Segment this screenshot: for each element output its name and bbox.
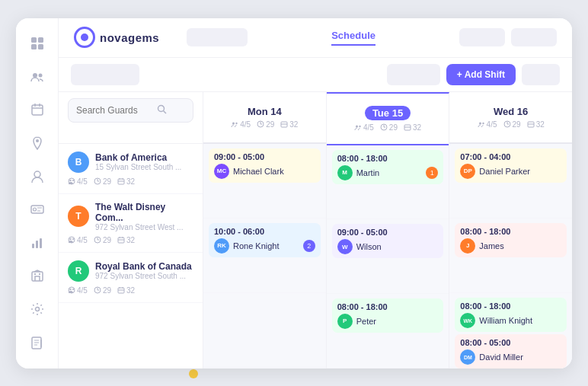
logo: novagems bbox=[74, 27, 159, 48]
shift-cell-wed-1[interactable]: 08:00 - 18:00 J James bbox=[449, 219, 572, 293]
shift-cell-mon-1[interactable]: 10:00 - 06:00 RK Rone Knight 2 bbox=[203, 219, 326, 293]
shift-block-wed-2a: 08:00 - 18:00 WK William Knight bbox=[455, 298, 567, 332]
logo-text: novagems bbox=[100, 31, 159, 44]
app-container: novagems Schedule + Add Shift bbox=[16, 18, 572, 368]
guard-info-boa: Bank of America 15 Sylvan Street South .… bbox=[95, 152, 193, 171]
person-avatar-tue-0: M bbox=[337, 165, 353, 180]
svg-rect-17 bbox=[36, 241, 38, 248]
shift-time-tue-2: 08:00 - 18:00 bbox=[337, 302, 439, 311]
guard-name-boa: Bank of America bbox=[95, 152, 193, 163]
person-avatar-tue-2: P bbox=[337, 314, 353, 329]
shift-block-mon-0: 09:00 - 05:00 MC Michael Clark bbox=[209, 148, 321, 183]
person-avatar-wed-0: DP bbox=[460, 164, 475, 179]
svg-point-56 bbox=[359, 126, 360, 127]
person-icon[interactable] bbox=[24, 163, 51, 190]
shift-person-wed-1: J James bbox=[460, 238, 561, 254]
svg-rect-21 bbox=[39, 273, 40, 275]
svg-rect-0 bbox=[31, 37, 37, 43]
users-icon[interactable] bbox=[24, 63, 51, 91]
person-name-wed-1: James bbox=[479, 241, 503, 250]
logo-circle bbox=[74, 27, 95, 48]
day-header-wed: Wed 16 4/5 29 32 bbox=[449, 92, 572, 144]
svg-line-25 bbox=[164, 110, 167, 113]
settings-icon[interactable] bbox=[24, 295, 51, 323]
guard-list: B Bank of America 15 Sylvan Street South… bbox=[59, 92, 203, 368]
person-avatar-wed-2b: DM bbox=[460, 349, 475, 365]
guard-search-box[interactable] bbox=[68, 98, 193, 123]
guard-avatar-disney: T bbox=[68, 206, 89, 227]
shift-cell-tue-0[interactable]: 08:00 - 18:00 M Martin 1 bbox=[327, 145, 449, 220]
chart-icon[interactable] bbox=[24, 229, 51, 257]
shift-cell-mon-0[interactable]: 09:00 - 05:00 MC Michael Clark bbox=[203, 144, 326, 219]
shift-person-wed-2a: WK William Knight bbox=[460, 313, 561, 328]
svg-point-24 bbox=[158, 105, 165, 111]
search-icon bbox=[157, 104, 167, 117]
toolbar-placeholder-1 bbox=[71, 64, 139, 85]
grid-icon[interactable] bbox=[24, 30, 51, 58]
svg-rect-20 bbox=[34, 273, 36, 275]
guard-item-disney[interactable]: T The Walt Disney Com... 972 Sylvan Stre… bbox=[59, 194, 203, 253]
shift-block-wed-0: 07:00 - 04:00 DP Daniel Parker bbox=[455, 148, 567, 183]
svg-point-43 bbox=[69, 289, 71, 290]
guard-avatar-rbc: R bbox=[68, 260, 89, 282]
day-col-wed: Wed 16 4/5 29 32 07:00 - 04:00 bbox=[449, 92, 572, 368]
calendar-icon[interactable] bbox=[24, 97, 51, 124]
shift-time-wed-0: 07:00 - 04:00 bbox=[460, 152, 561, 161]
day-label-tue: Tue 15 bbox=[365, 106, 411, 120]
badge-mon-1: 2 bbox=[303, 240, 315, 252]
person-avatar-mon-0: MC bbox=[214, 164, 229, 179]
person-avatar-tue-1: W bbox=[337, 239, 353, 254]
svg-point-13 bbox=[33, 208, 36, 211]
topnav-placeholder-2 bbox=[459, 28, 505, 46]
day-col-mon: Mon 14 4/5 29 32 09:00 - 05:00 bbox=[203, 92, 327, 368]
day-col-tue: Tue 15 4/5 29 32 08:00 - 18:00 bbox=[327, 92, 450, 368]
shift-time-mon-0: 09:00 - 05:00 bbox=[214, 152, 315, 161]
location-icon[interactable] bbox=[24, 129, 51, 157]
guard-address-boa: 15 Sylvan Street South ... bbox=[95, 163, 193, 171]
book-icon[interactable] bbox=[24, 329, 51, 356]
svg-rect-16 bbox=[32, 244, 34, 248]
person-avatar-mon-1: RK bbox=[214, 238, 229, 254]
shift-cell-tue-1[interactable]: 09:00 - 05:00 W Wilson bbox=[327, 219, 449, 294]
day-columns: Mon 14 4/5 29 32 09:00 - 05:00 bbox=[203, 92, 572, 368]
guard-info-rbc: Royal Bank of Canada 972 Sylvan Street S… bbox=[95, 261, 193, 280]
shift-person-tue-1: W Wilson bbox=[337, 239, 439, 254]
guard-meta-boa: 4/5 29 32 bbox=[68, 177, 193, 186]
add-shift-button[interactable]: + Add Shift bbox=[446, 64, 516, 85]
day-label-mon: Mon 14 bbox=[248, 106, 282, 117]
shift-cell-mon-2[interactable] bbox=[203, 293, 326, 368]
shift-cell-wed-0[interactable]: 07:00 - 04:00 DP Daniel Parker bbox=[449, 144, 572, 219]
shift-time-wed-2b: 08:00 - 05:00 bbox=[460, 338, 561, 347]
tab-schedule[interactable]: Schedule bbox=[331, 30, 375, 46]
svg-rect-6 bbox=[32, 105, 43, 115]
day-header-mon: Mon 14 4/5 29 32 bbox=[203, 92, 326, 144]
svg-point-51 bbox=[236, 123, 238, 124]
svg-point-61 bbox=[482, 123, 484, 124]
shift-time-wed-2a: 08:00 - 18:00 bbox=[460, 301, 561, 311]
person-name-mon-0: Michael Clark bbox=[233, 167, 284, 176]
building-icon[interactable] bbox=[24, 263, 51, 290]
guard-search-input[interactable] bbox=[76, 105, 152, 116]
svg-point-5 bbox=[38, 73, 42, 77]
svg-point-10 bbox=[36, 139, 39, 142]
shift-block-wed-2b: 08:00 - 05:00 DM David Miller bbox=[455, 334, 567, 368]
svg-point-35 bbox=[69, 238, 71, 240]
guard-address-disney: 972 Sylvan Street West ... bbox=[95, 223, 193, 231]
shift-cell-tue-2[interactable]: 08:00 - 18:00 P Peter bbox=[327, 294, 449, 368]
person-name-wed-0: Daniel Parker bbox=[479, 167, 530, 176]
shift-block-mon-1: 10:00 - 06:00 RK Rone Knight 2 bbox=[209, 223, 321, 257]
shift-block-tue-0: 08:00 - 18:00 M Martin 1 bbox=[332, 150, 444, 184]
guard-meta-rbc: 4/5 29 32 bbox=[68, 286, 193, 295]
id-card-icon[interactable] bbox=[24, 196, 51, 223]
guard-list-header bbox=[59, 92, 203, 144]
tab-area: Schedule bbox=[257, 30, 450, 46]
guard-item-rbc[interactable]: R Royal Bank of Canada 972 Sylvan Street… bbox=[59, 253, 203, 303]
guard-name-rbc: Royal Bank of Canada bbox=[95, 261, 193, 272]
person-name-wed-2a: William Knight bbox=[479, 316, 532, 325]
guard-meta-disney: 4/5 29 32 bbox=[68, 236, 193, 244]
guard-item-boa[interactable]: B Bank of America 15 Sylvan Street South… bbox=[59, 144, 203, 194]
shift-cell-wed-2[interactable]: 08:00 - 18:00 WK William Knight 08:00 - … bbox=[449, 293, 572, 368]
svg-point-28 bbox=[72, 180, 74, 181]
guard-avatar-boa: B bbox=[68, 152, 89, 173]
shift-person-tue-2: P Peter bbox=[337, 314, 439, 329]
